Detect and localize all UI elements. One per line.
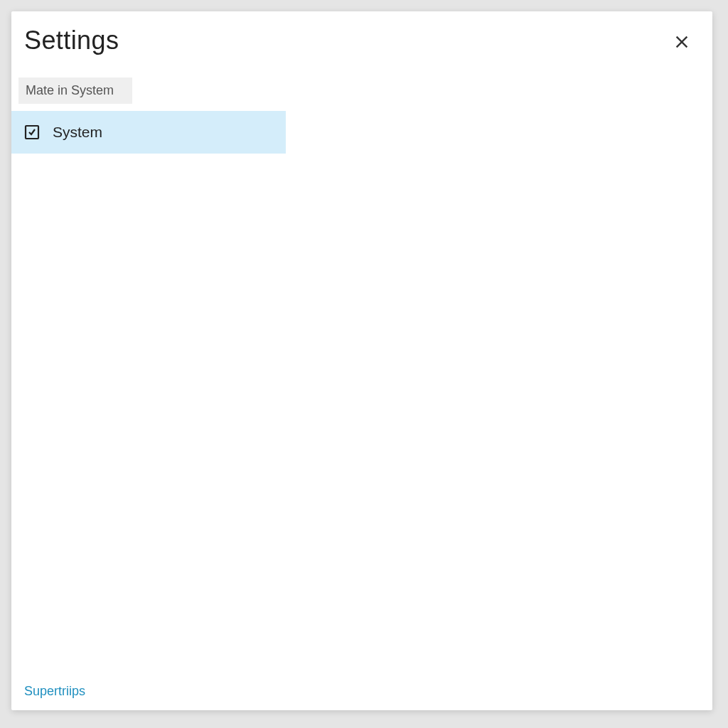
- settings-dialog: Settings System Supertriips: [11, 11, 712, 710]
- close-button[interactable]: [670, 30, 694, 56]
- close-icon: [674, 41, 690, 52]
- dialog-title: Settings: [24, 26, 119, 55]
- system-icon: [23, 124, 41, 141]
- settings-search-input[interactable]: [18, 77, 132, 104]
- sidebar-item-system[interactable]: System: [11, 111, 286, 154]
- footer-link-supertriips[interactable]: Supertriips: [24, 684, 85, 699]
- sidebar-item-label: System: [53, 124, 102, 141]
- settings-sidebar: System: [11, 77, 286, 154]
- dialog-header: Settings: [11, 11, 712, 56]
